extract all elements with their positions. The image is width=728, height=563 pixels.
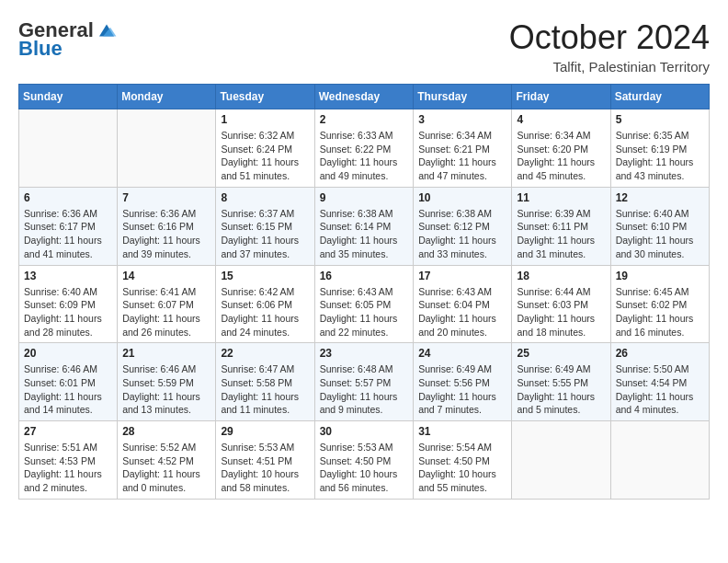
day-detail: Sunrise: 6:43 AM Sunset: 6:04 PM Dayligh… <box>418 285 506 339</box>
calendar-day-cell <box>19 109 118 188</box>
calendar-day-cell: 14Sunrise: 6:41 AM Sunset: 6:07 PM Dayli… <box>118 265 216 343</box>
day-number: 17 <box>418 270 506 282</box>
day-detail: Sunrise: 5:52 AM Sunset: 4:52 PM Dayligh… <box>122 441 210 495</box>
calendar-day-cell: 10Sunrise: 6:38 AM Sunset: 6:12 PM Dayli… <box>414 187 512 265</box>
day-detail: Sunrise: 5:51 AM Sunset: 4:53 PM Dayligh… <box>24 441 112 495</box>
month-title: October 2024 <box>509 18 710 57</box>
day-detail: Sunrise: 6:35 AM Sunset: 6:19 PM Dayligh… <box>616 129 704 183</box>
calendar-body: 1Sunrise: 6:32 AM Sunset: 6:24 PM Daylig… <box>19 109 710 500</box>
day-number: 5 <box>616 113 704 126</box>
calendar-day-cell: 12Sunrise: 6:40 AM Sunset: 6:10 PM Dayli… <box>610 187 709 265</box>
day-number: 8 <box>221 191 309 204</box>
day-detail: Sunrise: 6:37 AM Sunset: 6:15 PM Dayligh… <box>221 207 309 261</box>
logo-icon <box>96 19 118 41</box>
calendar-day-cell: 3Sunrise: 6:34 AM Sunset: 6:21 PM Daylig… <box>414 109 512 188</box>
calendar-day-cell: 7Sunrise: 6:36 AM Sunset: 6:16 PM Daylig… <box>118 187 216 265</box>
day-number: 4 <box>517 113 605 126</box>
day-number: 31 <box>418 425 506 438</box>
day-detail: Sunrise: 6:42 AM Sunset: 6:06 PM Dayligh… <box>221 285 309 339</box>
day-number: 2 <box>320 113 409 126</box>
title-block: October 2024 Talfit, Palestinian Territo… <box>509 18 710 75</box>
calendar-day-cell: 15Sunrise: 6:42 AM Sunset: 6:06 PM Dayli… <box>216 265 314 343</box>
page-header: General Blue October 2024 Talfit, Palest… <box>18 18 710 75</box>
calendar-week-row: 1Sunrise: 6:32 AM Sunset: 6:24 PM Daylig… <box>19 109 710 188</box>
day-number: 26 <box>616 347 704 360</box>
calendar-day-cell: 19Sunrise: 6:45 AM Sunset: 6:02 PM Dayli… <box>610 265 709 343</box>
calendar-day-cell: 2Sunrise: 6:33 AM Sunset: 6:22 PM Daylig… <box>314 109 414 188</box>
day-detail: Sunrise: 5:50 AM Sunset: 4:54 PM Dayligh… <box>616 362 704 417</box>
calendar-day-cell: 13Sunrise: 6:40 AM Sunset: 6:09 PM Dayli… <box>19 265 118 343</box>
calendar-day-cell: 22Sunrise: 6:47 AM Sunset: 5:58 PM Dayli… <box>216 343 314 421</box>
day-number: 21 <box>122 347 210 360</box>
calendar-week-row: 20Sunrise: 6:46 AM Sunset: 6:01 PM Dayli… <box>19 343 710 421</box>
logo-blue-text: Blue <box>18 37 63 61</box>
calendar-day-cell <box>610 421 709 500</box>
calendar-day-cell: 23Sunrise: 6:48 AM Sunset: 5:57 PM Dayli… <box>314 343 414 421</box>
calendar-header-cell: Sunday <box>19 85 118 109</box>
day-number: 20 <box>24 347 112 360</box>
day-detail: Sunrise: 6:49 AM Sunset: 5:56 PM Dayligh… <box>418 362 506 417</box>
calendar-day-cell <box>118 109 216 188</box>
calendar-day-cell <box>512 421 610 500</box>
day-number: 11 <box>517 191 605 204</box>
day-number: 3 <box>418 113 506 126</box>
calendar-day-cell: 17Sunrise: 6:43 AM Sunset: 6:04 PM Dayli… <box>414 265 512 343</box>
day-detail: Sunrise: 5:53 AM Sunset: 4:51 PM Dayligh… <box>221 441 309 495</box>
calendar-day-cell: 5Sunrise: 6:35 AM Sunset: 6:19 PM Daylig… <box>610 109 709 188</box>
calendar-table: SundayMondayTuesdayWednesdayThursdayFrid… <box>18 84 710 500</box>
day-number: 18 <box>517 270 605 282</box>
day-number: 28 <box>122 425 210 438</box>
calendar-day-cell: 27Sunrise: 5:51 AM Sunset: 4:53 PM Dayli… <box>19 421 118 500</box>
calendar-week-row: 13Sunrise: 6:40 AM Sunset: 6:09 PM Dayli… <box>19 265 710 343</box>
day-detail: Sunrise: 6:46 AM Sunset: 5:59 PM Dayligh… <box>122 362 210 417</box>
day-detail: Sunrise: 6:40 AM Sunset: 6:09 PM Dayligh… <box>24 285 112 339</box>
calendar-day-cell: 26Sunrise: 5:50 AM Sunset: 4:54 PM Dayli… <box>610 343 709 421</box>
day-detail: Sunrise: 6:47 AM Sunset: 5:58 PM Dayligh… <box>221 362 309 417</box>
day-number: 9 <box>320 191 409 204</box>
day-detail: Sunrise: 5:53 AM Sunset: 4:50 PM Dayligh… <box>320 441 409 495</box>
calendar-header-cell: Thursday <box>414 85 512 109</box>
day-number: 22 <box>221 347 309 360</box>
calendar-day-cell: 20Sunrise: 6:46 AM Sunset: 6:01 PM Dayli… <box>19 343 118 421</box>
day-detail: Sunrise: 6:39 AM Sunset: 6:11 PM Dayligh… <box>517 207 605 261</box>
calendar-day-cell: 6Sunrise: 6:36 AM Sunset: 6:17 PM Daylig… <box>19 187 118 265</box>
day-detail: Sunrise: 6:32 AM Sunset: 6:24 PM Dayligh… <box>221 129 309 183</box>
day-number: 14 <box>122 270 210 282</box>
day-number: 23 <box>320 347 409 360</box>
day-detail: Sunrise: 6:34 AM Sunset: 6:20 PM Dayligh… <box>517 129 605 183</box>
location-subtitle: Talfit, Palestinian Territory <box>509 59 710 75</box>
day-detail: Sunrise: 6:49 AM Sunset: 5:55 PM Dayligh… <box>517 362 605 417</box>
day-detail: Sunrise: 6:38 AM Sunset: 6:12 PM Dayligh… <box>418 207 506 261</box>
calendar-header-row: SundayMondayTuesdayWednesdayThursdayFrid… <box>19 85 710 109</box>
calendar-day-cell: 4Sunrise: 6:34 AM Sunset: 6:20 PM Daylig… <box>512 109 610 188</box>
day-number: 24 <box>418 347 506 360</box>
calendar-week-row: 27Sunrise: 5:51 AM Sunset: 4:53 PM Dayli… <box>19 421 710 500</box>
calendar-header-cell: Friday <box>512 85 610 109</box>
day-number: 16 <box>320 270 409 282</box>
calendar-day-cell: 18Sunrise: 6:44 AM Sunset: 6:03 PM Dayli… <box>512 265 610 343</box>
calendar-day-cell: 9Sunrise: 6:38 AM Sunset: 6:14 PM Daylig… <box>314 187 414 265</box>
day-number: 27 <box>24 425 112 438</box>
day-detail: Sunrise: 6:38 AM Sunset: 6:14 PM Dayligh… <box>320 207 409 261</box>
day-number: 25 <box>517 347 605 360</box>
day-detail: Sunrise: 6:44 AM Sunset: 6:03 PM Dayligh… <box>517 285 605 339</box>
day-number: 15 <box>221 270 309 282</box>
calendar-day-cell: 1Sunrise: 6:32 AM Sunset: 6:24 PM Daylig… <box>216 109 314 188</box>
day-number: 6 <box>24 191 112 204</box>
calendar-day-cell: 21Sunrise: 6:46 AM Sunset: 5:59 PM Dayli… <box>118 343 216 421</box>
logo: General Blue <box>18 18 118 61</box>
day-detail: Sunrise: 6:45 AM Sunset: 6:02 PM Dayligh… <box>616 285 704 339</box>
day-number: 13 <box>24 270 112 282</box>
day-detail: Sunrise: 6:46 AM Sunset: 6:01 PM Dayligh… <box>24 362 112 417</box>
calendar-day-cell: 28Sunrise: 5:52 AM Sunset: 4:52 PM Dayli… <box>118 421 216 500</box>
calendar-header-cell: Wednesday <box>314 85 414 109</box>
day-number: 7 <box>122 191 210 204</box>
day-detail: Sunrise: 6:48 AM Sunset: 5:57 PM Dayligh… <box>320 362 409 417</box>
day-number: 10 <box>418 191 506 204</box>
day-detail: Sunrise: 6:34 AM Sunset: 6:21 PM Dayligh… <box>418 129 506 183</box>
day-number: 1 <box>221 113 309 126</box>
day-detail: Sunrise: 6:41 AM Sunset: 6:07 PM Dayligh… <box>122 285 210 339</box>
calendar-day-cell: 30Sunrise: 5:53 AM Sunset: 4:50 PM Dayli… <box>314 421 414 500</box>
calendar-day-cell: 11Sunrise: 6:39 AM Sunset: 6:11 PM Dayli… <box>512 187 610 265</box>
calendar-day-cell: 24Sunrise: 6:49 AM Sunset: 5:56 PM Dayli… <box>414 343 512 421</box>
